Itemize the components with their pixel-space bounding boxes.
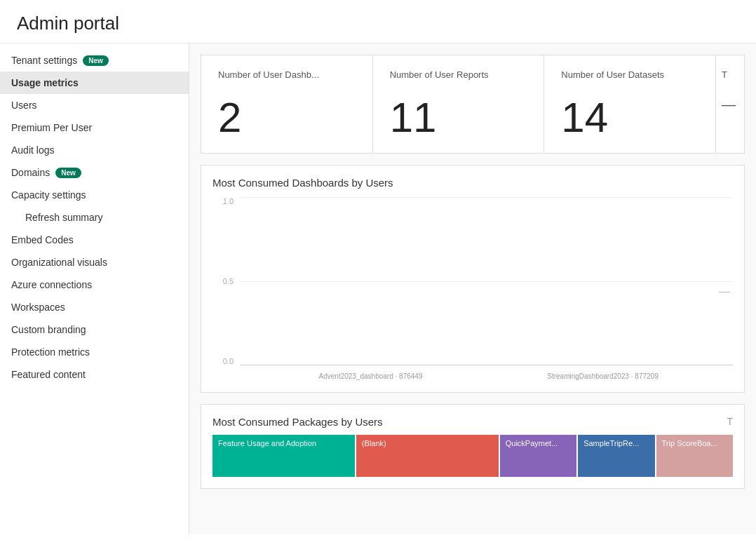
metric-card-dashboards: Number of User Dashb... 2	[201, 55, 373, 153]
sidebar-item-label: Domains	[11, 167, 50, 178]
sidebar-item-label: Usage metrics	[11, 77, 79, 88]
sidebar-item-label: Embed Codes	[11, 234, 74, 245]
y-axis: 1.0 0.5 0.0	[212, 197, 238, 365]
metric-card-value: 2	[218, 97, 356, 139]
sidebar-item-label: Tenant settings	[11, 55, 77, 66]
sidebar-item-users[interactable]: Users	[0, 94, 189, 116]
sidebar: Tenant settingsNewUsage metricsUsersPrem…	[0, 43, 189, 534]
metric-card-title-3: Number of User Datasets	[561, 69, 698, 80]
sidebar-item-organizational-visuals[interactable]: Organizational visuals	[0, 251, 189, 274]
main-content: Number of User Dashb... 2 Number of User…	[189, 43, 756, 534]
chart-overflow-indicator: —	[719, 285, 730, 298]
sidebar-item-protection-metrics[interactable]: Protection metrics	[0, 341, 189, 363]
bar-chart-title: Most Consumed Dashboards by Users	[212, 177, 733, 189]
sidebar-item-audit-logs[interactable]: Audit logs	[0, 139, 189, 161]
sidebar-item-label: Refresh summary	[25, 212, 102, 223]
packages-bars: Feature Usage and Adoption(Blank)QuickPa…	[212, 435, 733, 477]
x-label-1: Advent2023_dashboard · 876449	[283, 365, 459, 386]
y-label-top: 1.0	[223, 197, 234, 205]
metric-card-extra: T —	[716, 55, 744, 153]
pkg-bar: QuickPaymet...	[500, 435, 576, 477]
sidebar-item-label: Premium Per User	[11, 122, 92, 133]
packages-overflow: T	[727, 416, 733, 428]
metric-card-title-2: Number of User Reports	[390, 69, 527, 80]
pkg-bar: Feature Usage and Adoption	[212, 435, 355, 477]
sidebar-badge: New	[83, 55, 109, 66]
pkg-bar: (Blank)	[356, 435, 499, 477]
metric-cards-row: Number of User Dashb... 2 Number of User…	[201, 55, 745, 154]
metric-card-overflow-value: —	[722, 97, 738, 113]
metric-card-datasets: Number of User Datasets 14	[544, 55, 716, 153]
sidebar-item-capacity-settings[interactable]: Capacity settings	[0, 184, 189, 206]
pkg-bar: SampleTripRe...	[578, 435, 654, 477]
metric-card-reports: Number of User Reports 11	[373, 55, 545, 153]
sidebar-item-label: Custom branding	[11, 324, 86, 335]
bars-area	[241, 197, 733, 365]
sidebar-item-refresh-summary[interactable]: Refresh summary	[0, 206, 189, 229]
sidebar-item-premium-per-user[interactable]: Premium Per User	[0, 116, 189, 139]
metric-card-title: Number of User Dashb...	[218, 69, 356, 80]
y-label-bot: 0.0	[223, 357, 234, 365]
metric-card-value-2: 11	[390, 97, 527, 139]
sidebar-item-label: Workspaces	[11, 302, 65, 313]
sidebar-item-label: Protection metrics	[11, 346, 90, 358]
x-labels-area: Advent2023_dashboard · 876449 StreamingD…	[241, 365, 733, 386]
y-label-mid: 0.5	[223, 277, 234, 285]
sidebar-item-label: Users	[11, 100, 37, 111]
sidebar-item-label: Organizational visuals	[11, 257, 107, 268]
packages-title: Most Consumed Packages by Users T	[212, 416, 733, 428]
packages-section: Most Consumed Packages by Users T Featur…	[201, 404, 745, 489]
main-layout: Tenant settingsNewUsage metricsUsersPrem…	[0, 43, 756, 534]
sidebar-item-usage-metrics[interactable]: Usage metrics	[0, 72, 189, 94]
sidebar-item-label: Audit logs	[11, 144, 54, 156]
app-header: Admin portal	[0, 0, 756, 43]
metric-card-overflow: T	[722, 69, 738, 80]
bar-chart-wrapper: 1.0 0.5 0.0	[212, 197, 733, 386]
bar-chart-section: Most Consumed Dashboards by Users 1.0 0.…	[201, 165, 745, 393]
sidebar-item-workspaces[interactable]: Workspaces	[0, 296, 189, 318]
sidebar-item-domains[interactable]: DomainsNew	[0, 161, 189, 184]
sidebar-badge: New	[55, 168, 81, 178]
sidebar-item-custom-branding[interactable]: Custom branding	[0, 318, 189, 341]
pkg-bar: Trip ScoreBoa...	[656, 435, 733, 477]
sidebar-item-label: Azure connections	[11, 279, 92, 290]
sidebar-item-tenant-settings[interactable]: Tenant settingsNew	[0, 49, 189, 72]
sidebar-item-featured-content[interactable]: Featured content	[0, 363, 189, 386]
sidebar-item-embed-codes[interactable]: Embed Codes	[0, 229, 189, 251]
x-label-2: StreamingDashboard2023 · 877209	[515, 365, 691, 386]
metric-card-value-3: 14	[561, 97, 698, 139]
app-title: Admin portal	[17, 13, 739, 34]
sidebar-item-label: Featured content	[11, 369, 86, 380]
sidebar-item-azure-connections[interactable]: Azure connections	[0, 274, 189, 296]
sidebar-item-label: Capacity settings	[11, 189, 86, 201]
